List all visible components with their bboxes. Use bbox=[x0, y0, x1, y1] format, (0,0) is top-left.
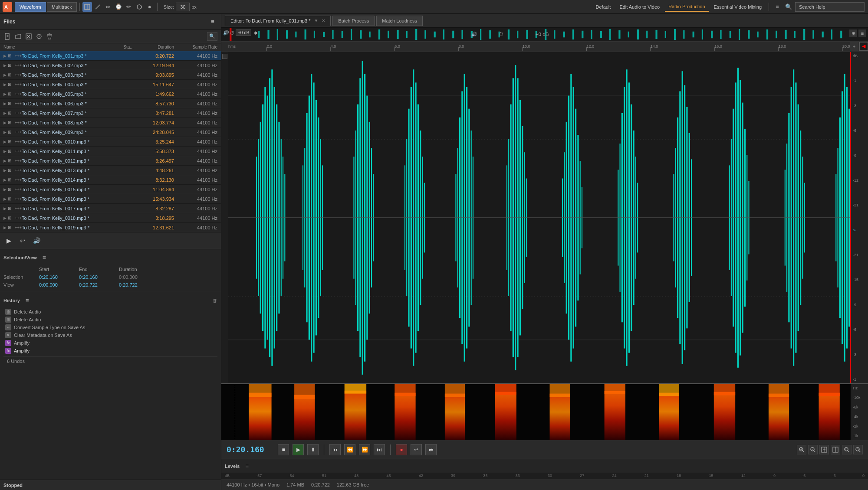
search-magnifier-icon[interactable]: 🔍 bbox=[784, 2, 793, 12]
sv-menu-icon[interactable]: ≡ bbox=[39, 253, 49, 262]
record-button[interactable]: ● bbox=[396, 444, 407, 455]
zoom-selection-btn[interactable]: S bbox=[853, 445, 863, 454]
col-name-header[interactable]: Name bbox=[3, 45, 118, 49]
default-workspace-btn[interactable]: Default bbox=[592, 2, 615, 12]
overview-icon-a[interactable]: ⊞ bbox=[849, 29, 857, 37]
workspace-menu-icon[interactable]: ≡ bbox=[773, 2, 782, 12]
history-item[interactable]: fx Amplify bbox=[3, 339, 217, 347]
file-row[interactable]: ▶ ⊞ +++ To Dad, From Kelly_005.mp3 * 1:4… bbox=[0, 89, 221, 99]
slip-tool-icon[interactable]: ⇔ bbox=[103, 2, 113, 12]
col-duration-header[interactable]: Duration bbox=[139, 45, 178, 49]
brush-tool-icon[interactable] bbox=[135, 2, 144, 12]
essential-video-workspace-btn[interactable]: Essential Video Mixing bbox=[710, 2, 765, 12]
file-row-icon-5: ⊞ bbox=[8, 101, 15, 106]
file-row[interactable]: ▶ ⊞ +++ To Dad, From Kelly_001.mp3 * 0:2… bbox=[0, 51, 221, 61]
record-tool-icon[interactable]: ● bbox=[145, 2, 155, 12]
overview-icon-b[interactable]: ≡ bbox=[858, 29, 866, 37]
col-rate-header[interactable]: Sample Rate bbox=[178, 45, 217, 49]
file-row[interactable]: ▶ ⊞ +++ To Dad, From Kelly_0014.mp3 * 8:… bbox=[0, 175, 221, 185]
history-item[interactable]: ✕ Clear Metadata on Save As bbox=[3, 331, 217, 339]
zoom-full-btn[interactable]: F bbox=[842, 445, 852, 454]
overview-vol-icon[interactable]: 🔊 bbox=[223, 30, 229, 36]
file-row[interactable]: ▶ ⊞ +++ To Dad, From Kelly_0012.mp3 * 3:… bbox=[0, 156, 221, 166]
zoom-in-time-btn[interactable] bbox=[797, 445, 806, 454]
file-row[interactable]: ▶ ⊞ +++ To Dad, From Kelly_0015.mp3 * 11… bbox=[0, 185, 221, 194]
edit-audio-workspace-btn[interactable]: Edit Audio to Video bbox=[616, 2, 663, 12]
sv-selection-start[interactable]: 0:20.160 bbox=[39, 274, 78, 281]
history-menu-icon[interactable]: ≡ bbox=[23, 296, 32, 305]
waveform-canvas[interactable] bbox=[228, 52, 868, 383]
file-row[interactable]: ▶ ⊞ +++ To Dad, From Kelly_007.mp3 * 8:4… bbox=[0, 108, 221, 118]
file-row[interactable]: ▶ ⊞ +++ To Dad, From Kelly_0013.mp3 * 4:… bbox=[0, 166, 221, 175]
play-transport-button[interactable]: ▶ bbox=[293, 444, 304, 455]
file-row[interactable]: ▶ ⊞ +++ To Dad, From Kelly_0017.mp3 * 8:… bbox=[0, 204, 221, 213]
file-row[interactable]: ▶ ⊞ +++ To Dad, From Kelly_0019.mp3 * 12… bbox=[0, 223, 221, 232]
file-row[interactable]: ▶ ⊞ +++ To Dad, From Kelly_0010.mp3 * 3:… bbox=[0, 137, 221, 147]
ruler-goto-icon[interactable]: ◀ bbox=[859, 42, 868, 51]
file-row[interactable]: ▶ ⊞ +++ To Dad, From Kelly_0011.mp3 * 5:… bbox=[0, 147, 221, 156]
zoom-out-amplitude-btn[interactable] bbox=[831, 445, 840, 454]
file-row[interactable]: ▶ ⊞ +++ To Dad, From Kelly_0018.mp3 * 3:… bbox=[0, 213, 221, 223]
files-search-icon[interactable]: 🔍 bbox=[207, 32, 217, 41]
svg-rect-77 bbox=[822, 32, 824, 38]
rewind-button[interactable]: ⏪ bbox=[344, 444, 355, 455]
new-file-icon[interactable] bbox=[3, 32, 12, 41]
go-to-start-button[interactable]: ⏮ bbox=[329, 444, 341, 455]
sv-view-start[interactable]: 0:00.000 bbox=[39, 281, 78, 288]
search-help-field[interactable]: Search Help bbox=[795, 2, 865, 12]
overview-marker-icon[interactable]: ◆ bbox=[254, 30, 257, 36]
history-item[interactable]: ↔ Convert Sample Type on Save As bbox=[3, 323, 217, 331]
editor-tab-main[interactable]: Editor: To Dad, From Kelly_001.mp3 * ▼ ✕ bbox=[225, 16, 331, 26]
history-section: History ≡ 🗑 🗑 Delete Audio 🗑 Delete Audi… bbox=[0, 292, 221, 480]
size-input[interactable] bbox=[176, 3, 190, 11]
file-row[interactable]: ▶ ⊞ +++ To Dad, From Kelly_0016.mp3 * 15… bbox=[0, 194, 221, 204]
file-row[interactable]: ▶ ⊞ +++ To Dad, From Kelly_009.mp3 * 24:… bbox=[0, 127, 221, 137]
file-row[interactable]: ▶ ⊞ +++ To Dad, From Kelly_002.mp3 * 12:… bbox=[0, 61, 221, 70]
go-to-end-button[interactable]: ⏭ bbox=[374, 444, 385, 455]
razor-tool-icon[interactable] bbox=[93, 2, 102, 12]
pencil-tool-icon[interactable]: ✏ bbox=[124, 2, 134, 12]
file-row[interactable]: ▶ ⊞ +++ To Dad, From Kelly_004.mp3 * 15:… bbox=[0, 80, 221, 89]
overview-time-icon[interactable]: ⏱ bbox=[230, 30, 235, 36]
close-file-icon[interactable] bbox=[24, 32, 33, 41]
volume-button[interactable]: 🔊 bbox=[31, 235, 42, 246]
time-tool-icon[interactable]: ⌚ bbox=[114, 2, 123, 12]
ruler-zoom-in-icon[interactable]: + bbox=[850, 42, 858, 51]
reveal-file-icon[interactable] bbox=[35, 32, 43, 41]
delete-file-icon[interactable] bbox=[45, 32, 54, 41]
punch-button[interactable]: ⇌ bbox=[425, 444, 437, 455]
zoom-in-amplitude-btn[interactable] bbox=[819, 445, 829, 454]
waveform-checkbox[interactable] bbox=[222, 54, 227, 59]
radio-production-workspace-btn[interactable]: Radio Production bbox=[665, 2, 708, 12]
waveform-mode-button[interactable]: Waveform bbox=[15, 2, 46, 12]
sv-selection-duration[interactable]: 0:00.000 bbox=[119, 274, 162, 281]
editor-tab-loudness[interactable]: Match Loudness bbox=[376, 16, 423, 26]
file-row[interactable]: ▶ ⊞ +++ To Dad, From Kelly_006.mp3 * 8:5… bbox=[0, 99, 221, 108]
file-row[interactable]: ▶ ⊞ +++ To Dad, From Kelly_003.mp3 * 9:0… bbox=[0, 70, 221, 80]
loop-transport-button[interactable]: ↩ bbox=[411, 444, 422, 455]
loop-button[interactable]: ↩ bbox=[17, 235, 28, 246]
sv-view-end[interactable]: 0:20.722 bbox=[79, 281, 118, 288]
file-row[interactable]: ▶ ⊞ +++ To Dad, From Kelly_008.mp3 * 12:… bbox=[0, 118, 221, 127]
history-item[interactable]: fx Amplify bbox=[3, 347, 217, 355]
history-trash-icon[interactable]: 🗑 bbox=[213, 298, 217, 303]
col-status-header[interactable]: Sta... bbox=[118, 45, 139, 49]
fast-forward-button[interactable]: ⏩ bbox=[359, 444, 370, 455]
svg-rect-224 bbox=[249, 393, 272, 440]
history-item[interactable]: 🗑 Delete Audio bbox=[3, 316, 217, 323]
pause-button[interactable]: ⏸ bbox=[307, 444, 319, 455]
zoom-out-time-btn[interactable] bbox=[808, 445, 818, 454]
play-button[interactable]: ▶ bbox=[3, 235, 14, 246]
editor-tab-close-icon[interactable]: ▼ bbox=[314, 18, 318, 23]
sv-view-duration[interactable]: 0:20.722 bbox=[119, 281, 162, 288]
levels-menu-icon[interactable]: ≡ bbox=[242, 461, 252, 471]
multitrack-mode-button[interactable]: Multitrack bbox=[47, 2, 77, 12]
stop-button[interactable]: ■ bbox=[278, 444, 289, 455]
open-file-icon[interactable] bbox=[14, 32, 23, 41]
selection-tool-icon[interactable] bbox=[82, 2, 92, 12]
files-menu-icon[interactable]: ≡ bbox=[208, 17, 217, 26]
editor-tab-batch[interactable]: Batch Process bbox=[332, 16, 375, 26]
sv-selection-end[interactable]: 0:20.160 bbox=[79, 274, 118, 281]
history-item[interactable]: 🗑 Delete Audio bbox=[3, 308, 217, 316]
editor-tab-x-icon[interactable]: ✕ bbox=[322, 18, 325, 23]
